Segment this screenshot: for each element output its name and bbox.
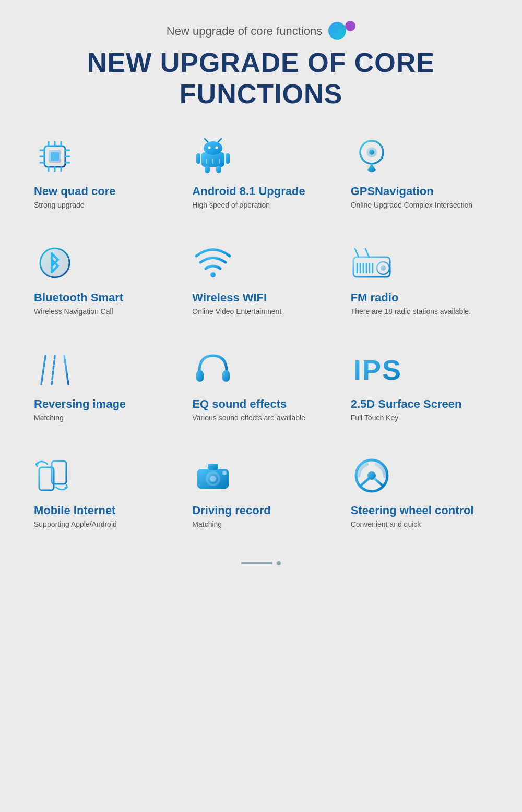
svg-rect-23 <box>205 166 210 173</box>
feature-mobile: Mobile Internet Supporting Apple/Android <box>26 450 179 540</box>
svg-point-18 <box>216 147 218 149</box>
svg-line-67 <box>360 479 369 486</box>
feature-sub: Full Touch Key <box>351 413 399 423</box>
feature-title: FM radio <box>351 291 399 305</box>
svg-text:IPS: IPS <box>353 354 402 385</box>
feature-reversing: Reversing image Matching <box>26 343 179 434</box>
feature-sub: Wireless Navigation Call <box>34 307 113 317</box>
feature-sub: High speed of operation <box>192 200 270 211</box>
svg-rect-49 <box>196 370 204 382</box>
svg-rect-24 <box>216 166 221 173</box>
feature-sub: Matching <box>192 519 222 530</box>
feature-title: GPSNavigation <box>351 185 434 198</box>
svg-point-45 <box>381 265 386 271</box>
mobile-icon <box>34 455 76 496</box>
svg-point-61 <box>210 476 216 482</box>
feature-sub: Various sound effects are available <box>192 413 305 423</box>
reversing-icon <box>34 348 76 390</box>
feature-sub: Convenient and quick <box>351 519 421 530</box>
svg-line-36 <box>355 249 359 257</box>
radio-icon <box>351 242 393 284</box>
feature-wifi: Wireless WIFI Online Video Entertainment <box>184 237 337 328</box>
svg-point-63 <box>222 471 227 475</box>
feature-title: New quad core <box>34 185 115 198</box>
logo-icon <box>328 21 355 42</box>
svg-point-17 <box>208 147 211 149</box>
svg-rect-50 <box>222 370 230 382</box>
subtitle: New upgrade of core functions <box>167 25 322 38</box>
feature-sub: Strong upgrade <box>34 200 85 211</box>
headphones-icon <box>192 348 234 390</box>
svg-rect-62 <box>208 464 218 470</box>
svg-point-30 <box>369 150 374 155</box>
steering-icon <box>351 455 393 496</box>
feature-title: 2.5D Surface Screen <box>351 397 462 411</box>
gps-icon <box>351 136 393 177</box>
feature-ips: IPS 2.5D Surface Screen Full Touch Key <box>343 343 496 434</box>
divider-line <box>241 562 272 564</box>
feature-sub: Online Upgrade Complex Intersection <box>351 200 472 211</box>
feature-title: Steering wheel control <box>351 504 474 517</box>
svg-line-19 <box>205 139 208 142</box>
feature-steering: Steering wheel control Convenient and qu… <box>343 450 496 540</box>
svg-line-46 <box>41 356 45 384</box>
feature-gps: GPSNavigation Online Upgrade Complex Int… <box>343 130 496 221</box>
ips-icon: IPS <box>351 348 393 390</box>
svg-rect-14 <box>51 152 59 161</box>
svg-line-37 <box>365 249 369 257</box>
feature-sub: Online Video Entertainment <box>192 307 281 317</box>
svg-line-47 <box>52 356 55 384</box>
feature-android: Android 8.1 Upgrade High speed of operat… <box>184 130 337 221</box>
svg-line-20 <box>218 139 221 142</box>
feature-title: Mobile Internet <box>34 504 115 517</box>
feature-title: EQ sound effects <box>192 397 287 411</box>
feature-bluetooth: Bluetooth Smart Wireless Navigation Call <box>26 237 179 328</box>
svg-point-16 <box>204 141 222 155</box>
svg-point-34 <box>210 272 216 277</box>
svg-rect-22 <box>226 153 230 164</box>
feature-title: Reversing image <box>34 397 126 411</box>
wifi-icon <box>192 242 234 284</box>
page-indicator <box>16 561 506 565</box>
feature-title: Driving record <box>192 504 270 517</box>
feature-eq: EQ sound effects Various sound effects a… <box>184 343 337 434</box>
android-icon <box>192 136 234 177</box>
feature-sub: Matching <box>34 413 64 423</box>
bluetooth-icon <box>34 242 76 284</box>
top-header: New upgrade of core functions <box>16 21 506 42</box>
feature-sub: There are 18 radio stations available. <box>351 307 471 317</box>
feature-quad-core: New quad core Strong upgrade <box>26 130 179 221</box>
feature-sub: Supporting Apple/Android <box>34 519 117 530</box>
feature-title: Bluetooth Smart <box>34 291 123 305</box>
feature-driving: Driving record Matching <box>184 450 337 540</box>
svg-rect-21 <box>196 153 200 164</box>
main-title: NEW UPGRADE OF CORE FUNCTIONS <box>16 47 506 110</box>
camera-icon <box>192 455 234 496</box>
feature-title: Wireless WIFI <box>192 291 267 305</box>
divider-dot <box>277 561 281 565</box>
svg-line-48 <box>64 356 68 384</box>
cpu-icon <box>34 136 76 177</box>
feature-fm: FM radio There are 18 radio stations ava… <box>343 237 496 328</box>
svg-line-68 <box>375 479 383 486</box>
page: New upgrade of core functions NEW UPGRAD… <box>0 0 522 812</box>
features-grid: New quad core Strong upgrade <box>16 130 506 540</box>
feature-title: Android 8.1 Upgrade <box>192 185 305 198</box>
